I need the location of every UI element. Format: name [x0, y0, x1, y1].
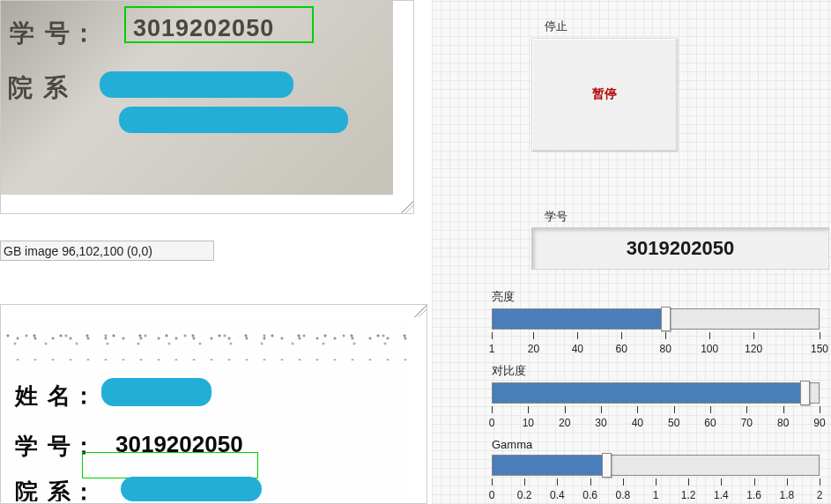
slider-thumb[interactable] [602, 453, 612, 478]
tick-label: 1.2 [681, 489, 696, 501]
tick-label: 10 [523, 417, 534, 429]
student-id-value: 3019202050 [627, 237, 734, 260]
tick-label: 1.6 [746, 489, 761, 501]
slider-thumb[interactable] [661, 307, 671, 331]
tick-label: 80 [660, 343, 671, 355]
resize-grip-icon[interactable] [401, 201, 413, 213]
image-noise [3, 325, 408, 360]
tick-label: 1 [653, 489, 659, 501]
tick-label: 0.2 [517, 489, 532, 501]
tick-label: 90 [813, 417, 825, 429]
raw-image: 学 号： 3019202050 院 系 [1, 1, 393, 195]
redaction-bar [101, 378, 211, 406]
redaction-bar [121, 477, 262, 501]
student-id-indicator: 3019202050 [531, 227, 829, 270]
contrast-slider[interactable] [492, 382, 820, 404]
tick-label: 1 [489, 343, 495, 355]
processed-image: 姓 名： 学 号： 3019202050 院 系： [3, 325, 408, 501]
tick-label: 30 [595, 417, 606, 429]
redaction-bar [119, 107, 348, 133]
gamma-label: Gamma [492, 438, 827, 451]
image-info-statusbar: GB image 96,102,100 (0,0) [0, 241, 214, 261]
brightness-ticks: 120406080100120150 [492, 332, 820, 350]
tick-label: 1.8 [779, 489, 794, 501]
redaction-bar [100, 71, 293, 98]
right-panel: 停止 暂停 学号 3019202050 亮度 12040608010012015… [432, 0, 831, 504]
tick-label: 40 [572, 343, 583, 355]
pause-button[interactable]: 暂停 [531, 38, 677, 151]
brightness-slider[interactable] [492, 308, 820, 330]
tick-label: 120 [745, 343, 762, 355]
tick-label: 60 [616, 343, 627, 355]
tick-label: 20 [528, 343, 539, 355]
tick-label: 2 [817, 489, 823, 501]
tick-label: 0.8 [615, 489, 630, 501]
gamma-slider-block: Gamma 00.20.40.60.811.21.41.61.82 [492, 438, 827, 496]
tick-label: 40 [632, 417, 643, 429]
tick-label: 60 [704, 417, 716, 429]
tick-label: 0 [489, 417, 495, 429]
tick-label: 150 [811, 343, 828, 355]
processed-image-panel: 姓 名： 学 号： 3019202050 院 系： [0, 304, 427, 504]
contrast-label: 对比度 [492, 363, 827, 379]
brightness-slider-block: 亮度 120406080100120150 [492, 289, 827, 350]
tick-label: 0 [489, 489, 495, 501]
resize-grip-icon[interactable] [414, 305, 427, 317]
proc-dept-label: 院 系： [15, 477, 97, 501]
tick-label: 20 [559, 417, 570, 429]
tick-label: 100 [701, 343, 718, 355]
tick-label: 0.4 [550, 489, 565, 501]
contrast-ticks: 0102030405060708090 [492, 406, 820, 424]
tick-label: 70 [741, 417, 753, 429]
slider-thumb[interactable] [800, 381, 810, 405]
tick-label: 80 [777, 417, 789, 429]
raw-image-panel: 学 号： 3019202050 院 系 [0, 0, 414, 214]
gamma-ticks: 00.20.40.60.811.21.41.61.82 [492, 478, 820, 496]
tick-label: 50 [668, 417, 679, 429]
stop-label: 停止 [545, 19, 568, 34]
doc-dept-label: 院 系 [8, 71, 70, 105]
gamma-slider[interactable] [492, 455, 820, 476]
tick-label: 1.4 [714, 489, 729, 501]
proc-name-label: 姓 名： [15, 381, 97, 411]
proc-id-value: 3019202050 [115, 431, 243, 458]
left-column: 学 号： 3019202050 院 系 GB image 96,102,100 … [0, 0, 432, 504]
pause-button-text: 暂停 [592, 86, 617, 102]
doc-id-value: 3019202050 [133, 15, 274, 42]
student-id-label: 学号 [545, 209, 568, 225]
doc-id-label: 学 号： [10, 17, 98, 50]
brightness-label: 亮度 [492, 289, 827, 305]
tick-label: 0.6 [582, 489, 597, 501]
contrast-slider-block: 对比度 0102030405060708090 [492, 363, 827, 424]
